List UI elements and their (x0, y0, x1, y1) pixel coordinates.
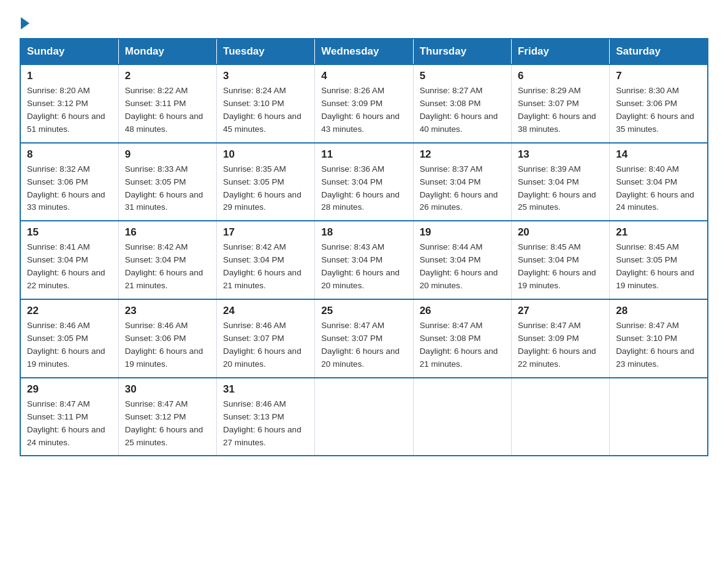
day-number: 2 (125, 70, 210, 82)
daylight-label: Daylight: 6 hours and 43 minutes. (321, 112, 400, 134)
sunset-label: Sunset: 3:04 PM (27, 255, 88, 264)
sunset-label: Sunset: 3:07 PM (223, 334, 284, 343)
day-info: Sunrise: 8:45 AM Sunset: 3:04 PM Dayligh… (518, 241, 603, 293)
day-number: 11 (321, 148, 406, 161)
day-number: 13 (518, 148, 603, 161)
sunrise-label: Sunrise: 8:43 AM (321, 242, 384, 251)
sunset-label: Sunset: 3:04 PM (420, 177, 481, 186)
sunrise-label: Sunrise: 8:46 AM (125, 321, 188, 330)
calendar-cell: 28 Sunrise: 8:47 AM Sunset: 3:10 PM Dayl… (610, 299, 708, 378)
daylight-label: Daylight: 6 hours and 27 minutes. (223, 425, 301, 447)
calendar-week-row: 15 Sunrise: 8:41 AM Sunset: 3:04 PM Dayl… (20, 221, 708, 299)
day-number: 24 (223, 305, 308, 317)
day-number: 15 (27, 226, 112, 239)
sunset-label: Sunset: 3:11 PM (125, 99, 186, 108)
daylight-label: Daylight: 6 hours and 21 minutes. (420, 347, 498, 369)
day-info: Sunrise: 8:22 AM Sunset: 3:11 PM Dayligh… (125, 85, 210, 136)
sunrise-label: Sunrise: 8:45 AM (518, 242, 581, 251)
day-info: Sunrise: 8:40 AM Sunset: 3:04 PM Dayligh… (616, 163, 701, 215)
sunrise-label: Sunrise: 8:22 AM (125, 86, 188, 95)
sunrise-label: Sunrise: 8:47 AM (420, 321, 483, 330)
day-info: Sunrise: 8:24 AM Sunset: 3:10 PM Dayligh… (223, 85, 308, 136)
sunset-label: Sunset: 3:06 PM (125, 334, 186, 343)
daylight-label: Daylight: 6 hours and 19 minutes. (616, 268, 694, 290)
calendar-table: SundayMondayTuesdayWednesdayThursdayFrid… (20, 38, 708, 456)
daylight-label: Daylight: 6 hours and 26 minutes. (420, 190, 498, 212)
sunrise-label: Sunrise: 8:46 AM (27, 321, 90, 330)
day-number: 10 (223, 148, 308, 161)
day-info: Sunrise: 8:42 AM Sunset: 3:04 PM Dayligh… (125, 241, 210, 293)
daylight-label: Daylight: 6 hours and 40 minutes. (420, 112, 498, 134)
calendar-header-saturday: Saturday (610, 39, 708, 64)
day-info: Sunrise: 8:42 AM Sunset: 3:04 PM Dayligh… (223, 241, 308, 293)
daylight-label: Daylight: 6 hours and 33 minutes. (27, 190, 105, 212)
calendar-week-row: 29 Sunrise: 8:47 AM Sunset: 3:11 PM Dayl… (20, 378, 708, 456)
day-info: Sunrise: 8:47 AM Sunset: 3:11 PM Dayligh… (27, 398, 112, 450)
sunset-label: Sunset: 3:06 PM (27, 177, 88, 186)
logo-arrow-icon (21, 17, 29, 29)
day-info: Sunrise: 8:30 AM Sunset: 3:06 PM Dayligh… (616, 85, 701, 136)
calendar-header-tuesday: Tuesday (217, 39, 315, 64)
calendar-cell: 1 Sunrise: 8:20 AM Sunset: 3:12 PM Dayli… (20, 64, 118, 143)
daylight-label: Daylight: 6 hours and 20 minutes. (321, 347, 400, 369)
sunrise-label: Sunrise: 8:37 AM (420, 164, 483, 174)
calendar-cell (610, 378, 708, 456)
calendar-cell: 15 Sunrise: 8:41 AM Sunset: 3:04 PM Dayl… (20, 221, 118, 299)
daylight-label: Daylight: 6 hours and 35 minutes. (616, 112, 694, 134)
day-number: 14 (616, 148, 701, 161)
calendar-header-sunday: Sunday (20, 39, 118, 64)
calendar-cell: 30 Sunrise: 8:47 AM Sunset: 3:12 PM Dayl… (118, 378, 216, 456)
page-header (20, 15, 708, 28)
day-info: Sunrise: 8:26 AM Sunset: 3:09 PM Dayligh… (321, 85, 406, 136)
daylight-label: Daylight: 6 hours and 38 minutes. (518, 112, 596, 134)
sunrise-label: Sunrise: 8:42 AM (125, 242, 188, 251)
day-number: 16 (125, 226, 210, 239)
calendar-header-monday: Monday (118, 39, 216, 64)
sunrise-label: Sunrise: 8:46 AM (223, 321, 286, 330)
calendar-cell: 18 Sunrise: 8:43 AM Sunset: 3:04 PM Dayl… (315, 221, 413, 299)
day-info: Sunrise: 8:32 AM Sunset: 3:06 PM Dayligh… (27, 163, 112, 215)
calendar-cell: 23 Sunrise: 8:46 AM Sunset: 3:06 PM Dayl… (118, 299, 216, 378)
sunset-label: Sunset: 3:05 PM (125, 177, 186, 186)
calendar-cell: 6 Sunrise: 8:29 AM Sunset: 3:07 PM Dayli… (511, 64, 609, 143)
daylight-label: Daylight: 6 hours and 31 minutes. (125, 190, 203, 212)
day-number: 28 (616, 305, 701, 317)
daylight-label: Daylight: 6 hours and 51 minutes. (27, 112, 105, 134)
day-number: 22 (27, 305, 112, 317)
sunset-label: Sunset: 3:11 PM (27, 412, 88, 421)
day-number: 8 (27, 148, 112, 161)
calendar-cell: 7 Sunrise: 8:30 AM Sunset: 3:06 PM Dayli… (610, 64, 708, 143)
day-number: 5 (420, 70, 505, 82)
sunset-label: Sunset: 3:13 PM (223, 412, 284, 421)
day-info: Sunrise: 8:39 AM Sunset: 3:04 PM Dayligh… (518, 163, 603, 215)
sunrise-label: Sunrise: 8:20 AM (27, 86, 90, 95)
daylight-label: Daylight: 6 hours and 21 minutes. (223, 268, 301, 290)
day-number: 27 (518, 305, 603, 317)
sunrise-label: Sunrise: 8:32 AM (27, 164, 90, 174)
day-number: 26 (420, 305, 505, 317)
daylight-label: Daylight: 6 hours and 24 minutes. (616, 190, 694, 212)
sunrise-label: Sunrise: 8:45 AM (616, 242, 679, 251)
day-number: 29 (27, 383, 112, 396)
day-info: Sunrise: 8:20 AM Sunset: 3:12 PM Dayligh… (27, 85, 112, 136)
calendar-cell: 29 Sunrise: 8:47 AM Sunset: 3:11 PM Dayl… (20, 378, 118, 456)
day-number: 20 (518, 226, 603, 239)
day-number: 25 (321, 305, 406, 317)
sunrise-label: Sunrise: 8:47 AM (125, 399, 188, 408)
day-number: 30 (125, 383, 210, 396)
day-info: Sunrise: 8:36 AM Sunset: 3:04 PM Dayligh… (321, 163, 406, 215)
calendar-cell: 27 Sunrise: 8:47 AM Sunset: 3:09 PM Dayl… (511, 299, 609, 378)
day-info: Sunrise: 8:44 AM Sunset: 3:04 PM Dayligh… (420, 241, 505, 293)
sunrise-label: Sunrise: 8:27 AM (420, 86, 483, 95)
day-number: 12 (420, 148, 505, 161)
sunset-label: Sunset: 3:05 PM (223, 177, 284, 186)
calendar-cell: 21 Sunrise: 8:45 AM Sunset: 3:05 PM Dayl… (610, 221, 708, 299)
sunset-label: Sunset: 3:08 PM (420, 99, 481, 108)
day-info: Sunrise: 8:46 AM Sunset: 3:13 PM Dayligh… (223, 398, 308, 450)
calendar-cell: 19 Sunrise: 8:44 AM Sunset: 3:04 PM Dayl… (413, 221, 511, 299)
sunrise-label: Sunrise: 8:24 AM (223, 86, 286, 95)
day-info: Sunrise: 8:27 AM Sunset: 3:08 PM Dayligh… (420, 85, 505, 136)
sunrise-label: Sunrise: 8:40 AM (616, 164, 679, 174)
calendar-cell: 5 Sunrise: 8:27 AM Sunset: 3:08 PM Dayli… (413, 64, 511, 143)
day-info: Sunrise: 8:46 AM Sunset: 3:05 PM Dayligh… (27, 320, 112, 371)
